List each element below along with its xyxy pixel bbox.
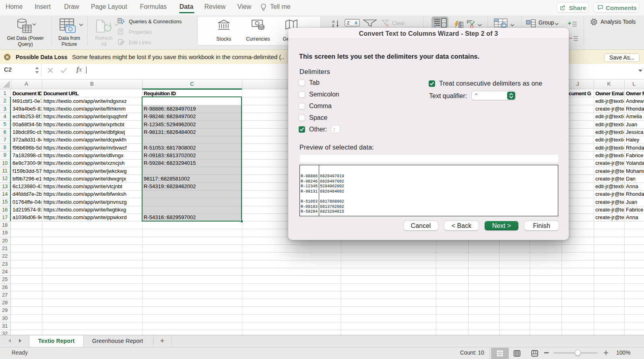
svg-text:A: A <box>332 20 335 24</box>
svg-text:A: A <box>355 21 357 25</box>
svg-text:Z: Z <box>347 21 349 25</box>
svg-text:Z: Z <box>332 24 334 27</box>
